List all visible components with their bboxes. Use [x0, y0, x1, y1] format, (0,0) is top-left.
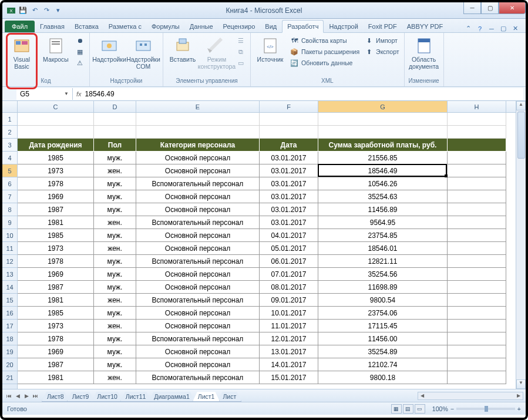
expansion-packs-button[interactable]: 📦Пакеты расширения — [288, 46, 361, 57]
doc-restore-icon[interactable]: ▢ — [499, 25, 508, 32]
table-header-cell[interactable]: Дата рождения — [18, 139, 94, 152]
cell[interactable] — [448, 152, 506, 164]
com-addins-button[interactable]: Надстройки COM — [127, 35, 159, 71]
cell[interactable]: 1987 — [18, 358, 94, 371]
cell[interactable]: Основной персонал — [136, 307, 260, 320]
cell[interactable]: жен. — [94, 164, 136, 177]
spreadsheet-grid[interactable]: CDEFGH 123456789101112131415161718192021… — [2, 101, 526, 389]
row-header-17[interactable]: 17 — [2, 320, 17, 332]
cell[interactable]: 1985 — [18, 307, 94, 320]
cell[interactable] — [318, 113, 448, 126]
cell[interactable] — [448, 294, 506, 307]
tab-abbyy pdf[interactable]: ABBYY PDF — [402, 21, 448, 32]
cell[interactable]: Вспомогательный персонал — [136, 216, 260, 229]
cell[interactable]: Основной персонал — [136, 152, 260, 164]
cell[interactable]: 15.01.2017 — [260, 371, 318, 384]
cell[interactable]: 1969 — [18, 345, 94, 358]
cell[interactable] — [448, 113, 506, 126]
cell[interactable]: 23754.06 — [318, 307, 448, 320]
cell[interactable]: 06.01.2017 — [260, 255, 318, 268]
run-dialog-button[interactable]: ▭ — [235, 58, 247, 68]
cell[interactable]: 23754.85 — [318, 229, 448, 242]
cell[interactable]: муж. — [94, 307, 136, 320]
name-box-dropdown-icon[interactable]: ▼ — [64, 91, 69, 96]
cell[interactable] — [448, 345, 506, 358]
cell[interactable] — [448, 203, 506, 216]
cell[interactable]: Основной персонал — [136, 190, 260, 203]
cell[interactable] — [260, 113, 318, 126]
cell[interactable] — [448, 190, 506, 203]
cell[interactable]: 1978 — [18, 332, 94, 345]
properties-button[interactable]: ☰ — [235, 35, 247, 46]
sheet-tab-Диаграмма1[interactable]: Диаграмма1 — [149, 392, 194, 402]
cell[interactable]: 17115.45 — [318, 320, 448, 332]
cell[interactable]: 9564.95 — [318, 216, 448, 229]
cell[interactable] — [448, 242, 506, 255]
cell[interactable]: муж. — [94, 177, 136, 190]
row-header-2[interactable]: 2 — [2, 126, 17, 139]
minimize-button[interactable]: ─ — [463, 2, 481, 14]
cell[interactable]: Основной персонал — [136, 242, 260, 255]
cell[interactable]: 18546.49 — [318, 164, 448, 177]
row-header-10[interactable]: 10 — [2, 229, 17, 242]
table-header-cell[interactable]: Сумма заработной платы, руб. — [318, 139, 448, 152]
insert-control-button[interactable]: Вставить — [167, 35, 199, 65]
col-header-F[interactable]: F — [260, 101, 318, 112]
cell[interactable]: муж. — [94, 203, 136, 216]
cell[interactable]: Вспомогательный персонал — [136, 332, 260, 345]
name-box[interactable]: G5 ▼ — [16, 88, 73, 100]
cell[interactable]: 1969 — [18, 190, 94, 203]
cell[interactable]: 9800.54 — [318, 294, 448, 307]
cell[interactable]: жен. — [94, 242, 136, 255]
qat-more-icon[interactable]: ▾ — [53, 5, 63, 16]
normal-view-button[interactable]: ▦ — [391, 404, 402, 414]
cell[interactable] — [448, 255, 506, 268]
visual-basic-button[interactable]: Visual Basic — [6, 35, 38, 71]
scroll-left-button[interactable]: ◀ — [418, 393, 426, 398]
ribbon-minimize-icon[interactable]: ⌃ — [463, 25, 473, 32]
scroll-right-button[interactable]: ▶ — [514, 393, 523, 398]
tab-nav-last-icon[interactable]: ⏭ — [31, 393, 39, 399]
cell[interactable]: 04.01.2017 — [260, 229, 318, 242]
row-header-18[interactable]: 18 — [2, 332, 17, 345]
page-layout-button[interactable]: ▤ — [403, 404, 413, 414]
scroll-up-button[interactable]: ▲ — [516, 101, 526, 110]
table-header-cell[interactable]: Пол — [94, 139, 136, 152]
cell[interactable]: жен. — [94, 216, 136, 229]
row-header-11[interactable]: 11 — [2, 242, 17, 255]
cell[interactable]: 1973 — [18, 320, 94, 332]
cell[interactable]: Основной персонал — [136, 229, 260, 242]
cell[interactable]: Основной персонал — [136, 358, 260, 371]
tab-формулы[interactable]: Формулы — [147, 21, 184, 32]
cell[interactable]: муж. — [94, 281, 136, 294]
cell[interactable] — [448, 358, 506, 371]
design-mode-button[interactable]: Режим конструктора — [201, 35, 233, 71]
row-header-16[interactable]: 16 — [2, 307, 17, 320]
cell[interactable]: Основной персонал — [136, 281, 260, 294]
page-break-button[interactable]: ▭ — [415, 404, 425, 414]
cell[interactable]: 1985 — [18, 152, 94, 164]
cell[interactable]: 03.01.2017 — [260, 152, 318, 164]
cell[interactable] — [448, 371, 506, 384]
cell[interactable]: муж. — [94, 152, 136, 164]
tab-nav-next-icon[interactable]: ▶ — [22, 393, 31, 399]
cell[interactable]: муж. — [94, 345, 136, 358]
row-header-6[interactable]: 6 — [2, 177, 17, 190]
scroll-thumb[interactable] — [517, 112, 525, 159]
sheet-tab-Лист11[interactable]: Лист11 — [120, 392, 152, 402]
cell[interactable]: муж. — [94, 190, 136, 203]
macros-button[interactable]: Макросы — [40, 35, 72, 65]
cell[interactable]: Вспомогательный персонал — [136, 294, 260, 307]
cell[interactable] — [448, 164, 506, 177]
fx-icon[interactable]: fx — [76, 90, 82, 98]
tab-nav-first-icon[interactable]: ⏮ — [5, 393, 13, 399]
cell[interactable]: 1981 — [18, 371, 94, 384]
cell[interactable] — [448, 177, 506, 190]
cell[interactable]: 11456.00 — [318, 332, 448, 345]
row-header-7[interactable]: 7 — [2, 190, 17, 203]
cell[interactable] — [94, 113, 136, 126]
tab-рецензиро[interactable]: Рецензиро — [218, 21, 260, 32]
cell[interactable]: 12821.11 — [318, 255, 448, 268]
cell[interactable]: 03.01.2017 — [260, 203, 318, 216]
cell[interactable]: 1969 — [18, 268, 94, 281]
